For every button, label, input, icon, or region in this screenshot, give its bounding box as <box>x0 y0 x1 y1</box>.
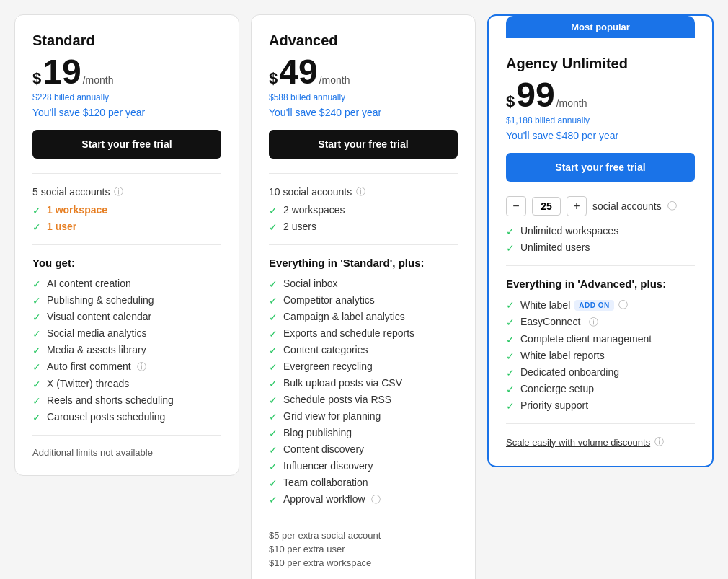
savings-agency: You'll save $480 per year <box>506 130 695 141</box>
billed-annually-standard: $228 billed annually <box>32 92 221 102</box>
feature-media: ✓ Media & assets library <box>32 344 221 356</box>
info-icon-stepper: ⓘ <box>667 200 677 213</box>
feature-evergreen: ✓ Evergreen recycling <box>269 361 458 373</box>
white-label-text: White label <box>520 299 570 311</box>
cta-button-advanced[interactable]: Start your free trial <box>269 130 458 159</box>
extra-social-account: $5 per extra social account <box>269 530 458 541</box>
feature-label: Reels and shorts scheduling <box>47 394 174 406</box>
cta-button-standard[interactable]: Start your free trial <box>32 130 221 159</box>
workspace-item-standard: ✓ 1 workspace <box>32 204 221 216</box>
cta-button-agency[interactable]: Start your free trial <box>506 153 695 182</box>
billed-annually-agency: $1,188 billed annually <box>506 115 695 125</box>
feature-social-inbox: ✓ Social inbox <box>269 278 458 290</box>
pricing-container: Standard $ 19 /month $228 billed annuall… <box>14 14 714 579</box>
check-icon: ✓ <box>269 428 278 439</box>
plan-name-standard: Standard <box>32 32 221 49</box>
popular-badge: Most popular <box>506 16 695 38</box>
check-icon: ✓ <box>506 334 515 345</box>
workspace-label-standard: 1 workspace <box>47 204 107 216</box>
user-label-advanced: 2 users <box>283 221 316 232</box>
stepper-plus-button[interactable]: + <box>567 196 587 216</box>
feature-categories: ✓ Content categories <box>269 344 458 356</box>
feature-easyconnect: ✓ EasyConnect ⓘ <box>506 316 695 329</box>
divider <box>269 244 458 245</box>
check-icon: ✓ <box>32 278 41 290</box>
feature-auto-comment: ✓ Auto first comment ⓘ <box>32 361 221 374</box>
info-icon-accounts-standard: ⓘ <box>114 185 123 198</box>
feature-label: AI content creation <box>47 278 131 289</box>
volume-discounts-link[interactable]: Scale easily with volume discounts <box>506 437 650 448</box>
accounts-row-advanced: 10 social accounts ⓘ <box>269 185 458 198</box>
plan-card-agency: Most popular Agency Unlimited $ 99 /mont… <box>487 14 714 467</box>
check-icon: ✓ <box>269 221 278 233</box>
price-period-standard: /month <box>83 74 114 86</box>
check-icon: ✓ <box>269 494 278 505</box>
check-icon: ✓ <box>506 367 515 379</box>
feature-label: Exports and schedule reports <box>283 327 414 339</box>
check-icon: ✓ <box>32 395 41 407</box>
features-label-advanced: Everything in 'Standard', plus: <box>269 257 458 269</box>
feature-rss: ✓ Schedule posts via RSS <box>269 394 458 406</box>
check-icon: ✓ <box>269 411 278 423</box>
divider-extras-advanced <box>269 518 458 518</box>
feature-twitter: ✓ X (Twitter) threads <box>32 378 221 390</box>
check-icon: ✓ <box>269 345 278 356</box>
feature-label: Schedule posts via RSS <box>283 394 391 405</box>
check-icon: ✓ <box>269 394 278 406</box>
savings-advanced: You'll save $240 per year <box>269 107 458 118</box>
check-icon: ✓ <box>506 400 515 412</box>
user-item-standard: ✓ 1 user <box>32 221 221 233</box>
divider-bottom-agency <box>506 423 695 424</box>
info-icon-auto-comment: ⓘ <box>137 361 146 374</box>
feature-label: Campaign & label analytics <box>283 311 405 322</box>
user-item-agency: ✓ Unlimited users <box>506 242 695 254</box>
price-amount-agency: 99 <box>516 78 554 112</box>
check-icon: ✓ <box>506 317 515 328</box>
easyconnect-text: EasyConnect <box>520 316 580 327</box>
onboarding-text: Dedicated onboarding <box>520 366 619 378</box>
stepper-input[interactable] <box>532 197 561 216</box>
price-dollar-advanced: $ <box>269 69 278 88</box>
stepper-minus-button[interactable]: − <box>506 196 526 216</box>
check-icon: ✓ <box>32 412 41 423</box>
check-icon: ✓ <box>506 350 515 362</box>
feature-white-label: ✓ White label ADD ON ⓘ <box>506 299 695 311</box>
feature-blog: ✓ Blog publishing <box>269 427 458 439</box>
feature-label: Competitor analytics <box>283 294 375 306</box>
feature-exports: ✓ Exports and schedule reports <box>269 327 458 340</box>
check-icon: ✓ <box>32 328 41 340</box>
info-icon-white-label: ⓘ <box>618 299 628 311</box>
addon-badge: ADD ON <box>574 300 613 311</box>
billed-annually-advanced: $588 billed annually <box>269 92 458 102</box>
feature-onboarding: ✓ Dedicated onboarding <box>506 366 695 379</box>
feature-label: Influencer discovery <box>283 460 373 472</box>
divider <box>32 173 221 174</box>
plan-card-advanced: Advanced $ 49 /month $588 billed annuall… <box>251 14 476 579</box>
price-period-advanced: /month <box>319 74 350 86</box>
feature-label: Team collaboration <box>283 477 368 488</box>
social-accounts-stepper: − + social accounts ⓘ <box>506 196 695 216</box>
feature-approval: ✓ Approval workflow ⓘ <box>269 493 458 506</box>
feature-label: Social media analytics <box>47 327 147 339</box>
check-icon: ✓ <box>32 311 41 323</box>
feature-priority-support: ✓ Priority support <box>506 399 695 412</box>
white-label-with-badge: White label ADD ON ⓘ <box>520 299 628 311</box>
divider <box>269 173 458 174</box>
features-label-agency: Everything in 'Advanced', plus: <box>506 278 695 290</box>
divider-bottom-standard <box>32 435 221 436</box>
feature-label: Content categories <box>283 344 368 355</box>
feature-influencer: ✓ Influencer discovery <box>269 460 458 472</box>
feature-label: Bulk upload posts via CSV <box>283 377 402 389</box>
price-row-agency: $ 99 /month <box>506 78 695 112</box>
accounts-label-standard: 5 social accounts <box>32 186 110 198</box>
check-icon: ✓ <box>32 205 41 216</box>
divider <box>32 244 221 245</box>
feature-team: ✓ Team collaboration <box>269 477 458 489</box>
feature-reels: ✓ Reels and shorts scheduling <box>32 394 221 407</box>
plan-name-agency: Agency Unlimited <box>506 56 695 72</box>
check-icon: ✓ <box>269 295 278 306</box>
feature-bulk-upload: ✓ Bulk upload posts via CSV <box>269 377 458 389</box>
accounts-label-advanced: 10 social accounts <box>269 186 352 198</box>
check-icon: ✓ <box>269 311 278 323</box>
features-label-standard: You get: <box>32 257 221 269</box>
